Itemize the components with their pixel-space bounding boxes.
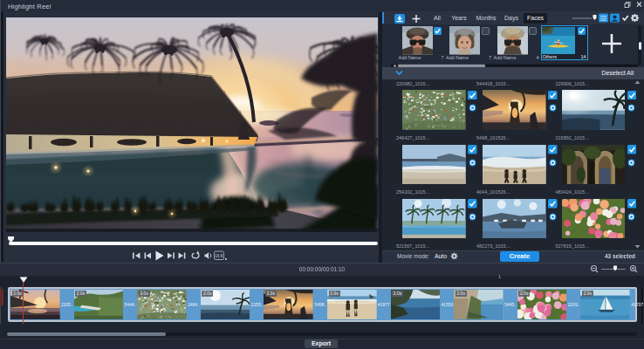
svg-text:16:9: 16:9 — [216, 254, 223, 258]
